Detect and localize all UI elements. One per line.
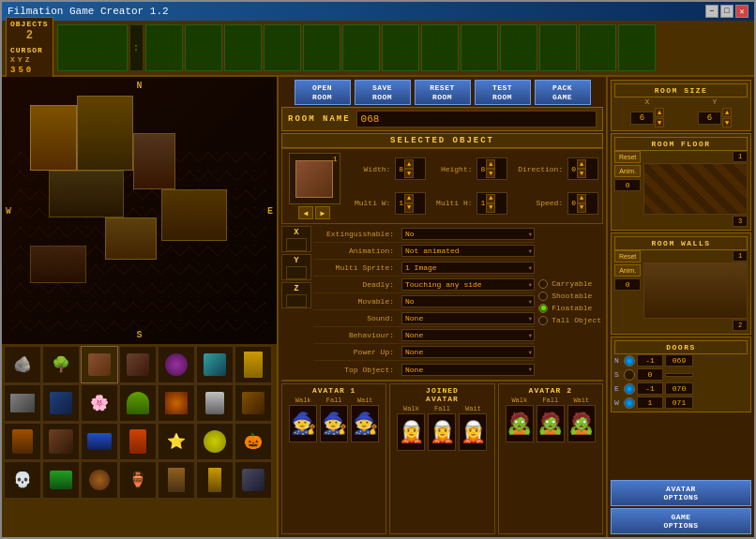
- test-room-button[interactable]: TEST ROOM: [475, 80, 531, 105]
- save-room-button[interactable]: SAVE ROOM: [355, 80, 411, 105]
- height-down[interactable]: ▼: [486, 169, 495, 178]
- x-control[interactable]: X: [281, 226, 311, 252]
- z-control[interactable]: Z: [281, 282, 311, 308]
- palette-item-7[interactable]: [4, 384, 41, 422]
- height-up[interactable]: ▲: [486, 159, 495, 169]
- carryable-checkbox[interactable]: Carryable: [538, 279, 601, 289]
- multi-sprite-value[interactable]: 1 Image: [401, 262, 535, 274]
- palette-item-4[interactable]: [158, 346, 195, 383]
- palette-item-24[interactable]: 🏺: [119, 461, 157, 499]
- open-room-button[interactable]: OPEN ROOM: [295, 80, 351, 105]
- palette-item-8[interactable]: [42, 384, 80, 422]
- palette-item-20[interactable]: 🎃: [234, 423, 272, 460]
- obj-thumb-10[interactable]: [500, 24, 537, 71]
- palette-item-22[interactable]: [42, 461, 80, 499]
- palette-item-23[interactable]: [81, 461, 118, 499]
- multi-w-down[interactable]: ▼: [404, 203, 414, 213]
- room-size-y-up[interactable]: ▲: [722, 108, 732, 117]
- room-size-y-down[interactable]: ▼: [722, 118, 732, 127]
- behaviour-value[interactable]: None: [401, 329, 535, 341]
- maximize-button[interactable]: □: [720, 5, 733, 18]
- palette-item-3[interactable]: [119, 346, 157, 383]
- palette-item-9[interactable]: 🌸: [81, 384, 118, 422]
- palette-item-26[interactable]: [196, 461, 234, 499]
- obj-thumb-13[interactable]: [618, 24, 656, 71]
- minimize-button[interactable]: –: [705, 5, 718, 18]
- direction-down[interactable]: ▼: [577, 169, 586, 178]
- floor-preview[interactable]: [643, 163, 748, 215]
- floor-anim-button[interactable]: Anim.: [614, 165, 641, 177]
- obj-thumb-2[interactable]: [185, 24, 222, 71]
- palette-item-27[interactable]: [234, 461, 272, 499]
- sound-value[interactable]: None: [401, 312, 535, 324]
- top-object-value[interactable]: None: [401, 364, 535, 376]
- obj-thumb-9[interactable]: [461, 24, 498, 71]
- walls-reset-button[interactable]: Reset: [614, 250, 641, 262]
- obj-thumb-11[interactable]: [539, 24, 577, 71]
- palette-item-16[interactable]: [81, 423, 118, 460]
- door-s-icon[interactable]: [624, 369, 635, 381]
- room-size-x-up[interactable]: ▲: [655, 108, 664, 117]
- avatar-options-button[interactable]: AVATAR OPTIONS: [611, 480, 751, 506]
- speed-up[interactable]: ▲: [577, 194, 586, 203]
- walls-preview-area: 1 2: [643, 250, 748, 331]
- walls-preview[interactable]: [643, 262, 748, 319]
- obj-thumb-6[interactable]: [342, 24, 380, 71]
- palette-item-11[interactable]: [158, 384, 195, 422]
- floor-reset-button[interactable]: Reset: [614, 151, 641, 163]
- movable-value[interactable]: No: [401, 295, 535, 307]
- multi-h-up[interactable]: ▲: [486, 194, 495, 203]
- reset-room-button[interactable]: RESET ROOM: [415, 80, 471, 105]
- shootable-checkbox[interactable]: Shootable: [538, 292, 601, 301]
- obj-thumb-12[interactable]: [579, 24, 616, 71]
- palette-item-15[interactable]: [42, 423, 80, 460]
- obj-thumb-7[interactable]: [382, 24, 419, 71]
- obj-thumb-active[interactable]: [57, 24, 128, 71]
- palette-item-21[interactable]: 💀: [4, 461, 41, 499]
- palette-item-1[interactable]: 🌳: [42, 346, 80, 383]
- palette-item-25[interactable]: [158, 461, 195, 499]
- palette-item-2[interactable]: [81, 346, 118, 383]
- room-size-x-down[interactable]: ▼: [655, 118, 664, 127]
- palette-item-17[interactable]: [119, 423, 157, 460]
- floatable-checkbox[interactable]: Floatable: [538, 304, 601, 313]
- room-name-input[interactable]: [356, 111, 597, 127]
- palette-item-10[interactable]: [119, 384, 157, 422]
- multi-h-down[interactable]: ▼: [486, 203, 495, 213]
- palette-item-19[interactable]: [196, 423, 234, 460]
- palette-item-12[interactable]: [196, 384, 234, 422]
- width-up[interactable]: ▲: [404, 159, 414, 169]
- obj-thumb-8[interactable]: [421, 24, 459, 71]
- power-up-value[interactable]: None: [401, 346, 535, 358]
- multi-w-up[interactable]: ▲: [404, 194, 414, 203]
- direction-up[interactable]: ▲: [577, 159, 586, 169]
- tall-object-checkbox[interactable]: Tall Object: [538, 316, 601, 325]
- palette-item-0[interactable]: 🪨: [4, 346, 41, 383]
- next-frame-button[interactable]: ▶: [315, 206, 330, 219]
- pack-game-button[interactable]: PACK GAME: [535, 80, 591, 105]
- palette-item-6[interactable]: [234, 346, 272, 383]
- y-control[interactable]: Y: [281, 254, 311, 280]
- palette-item-18[interactable]: ⭐: [158, 423, 195, 460]
- walls-anim-button[interactable]: Anim.: [614, 264, 641, 277]
- palette-item-13[interactable]: [234, 384, 272, 422]
- prev-frame-button[interactable]: ◀: [298, 206, 313, 219]
- doors-panel: DOORS N -1 069 S 0: [611, 337, 751, 412]
- game-options-button[interactable]: GAME OPTIONS: [611, 508, 751, 534]
- deadly-value[interactable]: Touching any side: [401, 278, 535, 291]
- palette-item-14[interactable]: [4, 423, 41, 460]
- width-down[interactable]: ▼: [404, 169, 414, 178]
- game-canvas[interactable]: W E N S: [2, 77, 277, 344]
- door-e-icon[interactable]: [624, 383, 635, 395]
- animation-value[interactable]: Not animated: [401, 245, 535, 257]
- speed-down[interactable]: ▼: [577, 203, 586, 213]
- close-button[interactable]: ✕: [735, 5, 748, 18]
- obj-thumb-4[interactable]: [264, 24, 301, 71]
- palette-item-5[interactable]: [196, 346, 234, 383]
- obj-thumb-5[interactable]: [303, 24, 340, 71]
- obj-thumb-1[interactable]: [145, 24, 183, 71]
- door-n-icon[interactable]: [624, 355, 635, 367]
- door-w-icon[interactable]: [624, 397, 635, 409]
- obj-thumb-3[interactable]: [224, 24, 262, 71]
- extinguishable-value[interactable]: No: [401, 228, 535, 240]
